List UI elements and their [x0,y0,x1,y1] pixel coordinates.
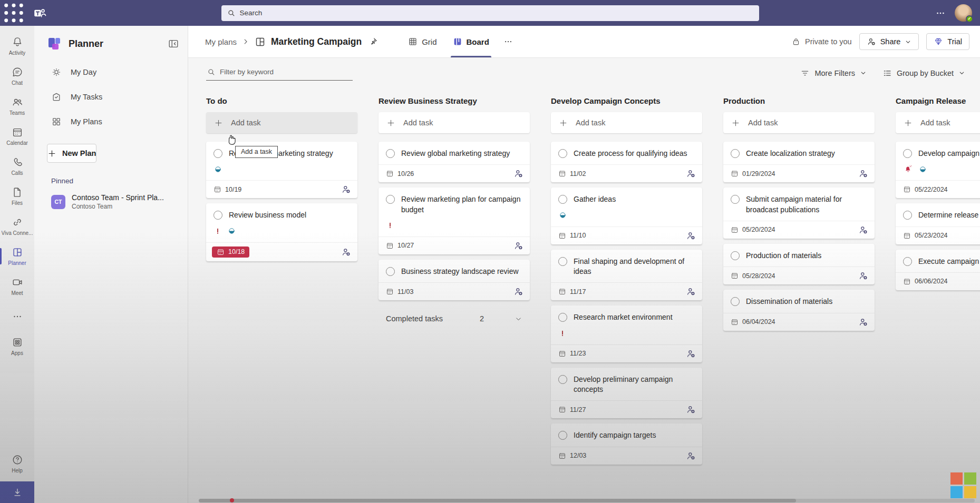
group-list-icon [882,68,892,78]
rail-item-help[interactable]: Help [0,450,34,477]
task-card[interactable]: Create localization strategy01/29/2024 [723,142,875,182]
task-card[interactable]: Determine release t05/23/2024 [896,203,980,244]
app-launcher-icon[interactable] [0,0,27,26]
tab-grid[interactable]: Grid [400,26,444,57]
task-card[interactable]: Develop preliminary campaign concepts11/… [551,368,702,419]
rail-item-more[interactable] [0,301,34,331]
download-app-button[interactable] [0,481,34,503]
completed-tasks-toggle[interactable]: Completed tasks2 [379,314,530,323]
task-card[interactable]: Production of materials05/28/2024 [723,244,875,284]
task-complete-checkbox[interactable] [558,431,567,440]
task-card[interactable]: Gather ideas11/10 [551,188,702,244]
task-complete-checkbox[interactable] [558,195,567,204]
task-card[interactable]: Dissemination of materials06/04/2024 [723,290,875,330]
assign-person-icon[interactable] [686,287,696,297]
titlebar-more-icon[interactable] [935,8,946,18]
assign-person-icon[interactable] [341,184,351,194]
assign-person-icon[interactable] [513,287,523,297]
assign-person-icon[interactable] [858,317,868,327]
task-card[interactable]: Review global marketing strategy10/26 [379,142,530,182]
sidebar-item-my-day[interactable]: My Day [34,60,188,84]
rail-item-viva-conne[interactable]: Viva Conne... [0,211,34,241]
rail-item-meet[interactable]: Meet [0,271,34,301]
sidebar-item-my-tasks[interactable]: My Tasks [34,84,188,109]
pinned-plan-item[interactable]: CT Contoso Team - Sprint Pla... Contoso … [34,190,188,213]
assign-person-icon[interactable] [858,169,868,179]
task-card[interactable]: Identify campaign targets12/03 [551,423,702,464]
add-task-button[interactable]: Add task [551,112,702,133]
task-card[interactable]: Final shaping and development of ideas11… [551,250,702,301]
task-card[interactable]: Create process for qualifying ideas11/02 [551,142,702,182]
task-complete-checkbox[interactable] [731,149,740,158]
task-card[interactable]: Business strategy landscape review11/03 [379,260,530,300]
assign-person-icon[interactable] [858,271,868,281]
rail-item-label: Activity [9,50,26,56]
task-complete-checkbox[interactable] [731,251,740,260]
task-complete-checkbox[interactable] [558,257,567,266]
rail-item-chat[interactable]: Chat [0,61,34,91]
search-input[interactable] [240,9,753,17]
task-complete-checkbox[interactable] [386,267,395,276]
scrollbar-thumb[interactable] [199,499,796,502]
tabs-more-icon[interactable] [497,26,519,57]
task-card[interactable]: Review local marketing strategy10/19 [206,142,357,198]
horizontal-scrollbar[interactable] [199,499,975,502]
task-complete-checkbox[interactable] [903,211,912,220]
task-card[interactable]: Research market environment11/23 [551,305,702,362]
tab-board[interactable]: Board [445,26,497,57]
task-complete-checkbox[interactable] [731,297,740,306]
task-card[interactable]: Execute campaign06/06/2024 [896,250,980,290]
pin-icon[interactable] [368,37,378,46]
bell-icon [12,36,23,48]
assign-person-icon[interactable] [686,405,696,415]
task-card[interactable]: Review marketing plan for campaign budge… [379,188,530,254]
assign-person-icon[interactable] [513,241,523,251]
more-filters-dropdown[interactable]: More Filters [800,68,867,78]
task-card[interactable]: Develop campaign05/22/2024 [896,142,980,198]
rail-item-files[interactable]: Files [0,181,34,211]
rail-item-planner[interactable]: Planner [0,241,34,271]
task-complete-checkbox[interactable] [558,375,567,384]
rail-item-apps[interactable]: Apps [0,331,34,361]
chevron-down-icon [860,70,867,76]
task-complete-checkbox[interactable] [903,257,912,266]
task-card[interactable]: Review business model10/18 [206,203,357,261]
new-plan-button[interactable]: New Plan [47,144,96,163]
rail-item-calls[interactable]: Calls [0,151,34,181]
rail-item-activity[interactable]: Activity [0,31,34,61]
sidebar-item-my-plans[interactable]: My Plans [34,109,188,134]
calendar-icon [731,318,739,326]
task-complete-checkbox[interactable] [558,149,567,158]
task-complete-checkbox[interactable] [214,211,222,220]
rail-item-teams[interactable]: Teams [0,91,34,121]
add-task-button[interactable]: Add task [896,112,980,133]
add-task-button[interactable]: Add task [723,112,875,133]
assign-person-icon[interactable] [686,349,696,359]
help-icon [12,454,23,466]
add-task-button[interactable]: Add task [206,112,357,133]
task-card[interactable]: Submit campaign material for broadcast p… [723,188,875,239]
assign-person-icon[interactable] [686,169,696,179]
breadcrumb-my-plans[interactable]: My plans [205,37,237,46]
task-complete-checkbox[interactable] [386,149,395,158]
assign-person-icon[interactable] [686,451,696,461]
task-complete-checkbox[interactable] [386,195,395,204]
user-avatar[interactable]: ✓ [955,4,972,22]
task-complete-checkbox[interactable] [903,149,912,158]
task-title: Dissemination of materials [746,297,832,307]
collapse-panel-icon[interactable] [168,38,179,50]
assign-person-icon[interactable] [513,169,523,179]
task-complete-checkbox[interactable] [558,313,567,322]
trial-button[interactable]: Trial [926,33,969,50]
filter-input[interactable] [220,68,352,76]
task-complete-checkbox[interactable] [214,149,222,158]
group-by-dropdown[interactable]: Group by Bucket [882,68,965,78]
rail-item-calendar[interactable]: Calendar [0,121,34,151]
task-complete-checkbox[interactable] [731,195,740,204]
chevron-down-icon [515,315,522,323]
assign-person-icon[interactable] [686,231,696,241]
assign-person-icon[interactable] [858,225,868,235]
add-task-button[interactable]: Add task [379,112,530,133]
assign-person-icon[interactable] [341,247,351,257]
share-button[interactable]: Share [859,33,919,50]
